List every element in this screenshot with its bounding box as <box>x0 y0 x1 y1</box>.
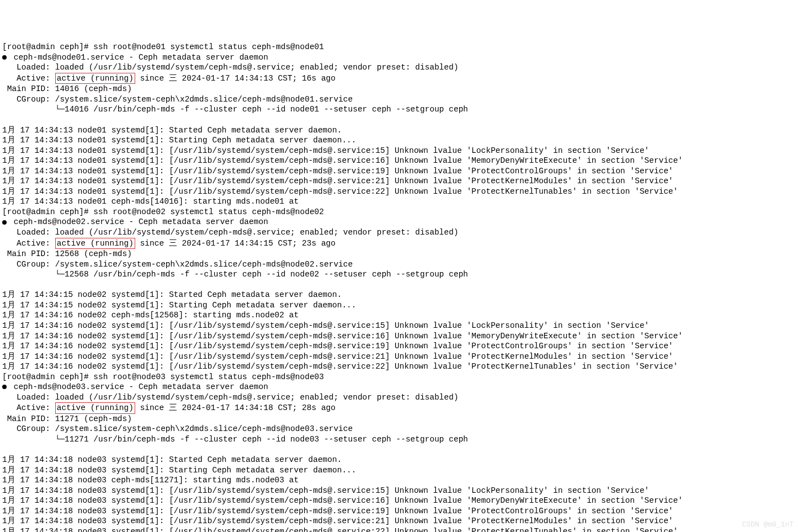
active-line: Active: active (running) since 三 2024-01… <box>2 402 796 414</box>
log-line: 1月 17 14:34:16 node02 systemd[1]: [/usr/… <box>2 352 796 362</box>
cgroup-tree-line: └─14016 /usr/bin/ceph-mds -f --cluster c… <box>2 104 796 115</box>
command-line: [root@admin ceph]# ssh root@node01 syste… <box>2 42 796 52</box>
active-status-highlight: active (running) <box>55 73 135 84</box>
log-line: 1月 17 14:34:13 node01 systemd[1]: [/usr/… <box>2 166 796 177</box>
log-line: 1月 17 14:34:13 node01 systemd[1]: [/usr/… <box>2 176 796 187</box>
log-line: 1月 17 14:34:18 node03 systemd[1]: [/usr/… <box>2 486 796 496</box>
log-line: 1月 17 14:34:18 node03 systemd[1]: Starte… <box>2 455 796 465</box>
log-line: 1月 17 14:34:13 node01 systemd[1]: [/usr/… <box>2 156 796 166</box>
log-line: 1月 17 14:34:13 node01 systemd[1]: [/usr/… <box>2 146 796 156</box>
active-line: Active: active (running) since 三 2024-01… <box>2 73 796 84</box>
log-line: 1月 17 14:34:15 node02 systemd[1]: Starte… <box>2 290 796 300</box>
main-pid-line: Main PID: 12568 (ceph-mds) <box>2 249 796 259</box>
log-line: 1月 17 14:34:16 node02 systemd[1]: [/usr/… <box>2 341 796 352</box>
cgroup-line: CGroup: /system.slice/system-ceph\x2dmds… <box>2 94 796 105</box>
loaded-line: Loaded: loaded (/usr/lib/systemd/system/… <box>2 392 796 403</box>
loaded-line: Loaded: loaded (/usr/lib/systemd/system/… <box>2 227 796 238</box>
status-bullet-icon <box>2 220 7 225</box>
log-line: 1月 17 14:34:16 node02 systemd[1]: [/usr/… <box>2 321 796 331</box>
log-line: 1月 17 14:34:18 node03 systemd[1]: [/usr/… <box>2 506 796 517</box>
unit-line: ceph-mds@node01.service - Ceph metadata … <box>2 52 796 63</box>
command-line: [root@admin ceph]# ssh root@node02 syste… <box>2 207 796 217</box>
blank-line <box>2 445 796 455</box>
log-line: 1月 17 14:34:18 node03 systemd[1]: Starti… <box>2 465 796 476</box>
blank-line <box>2 280 796 290</box>
active-line: Active: active (running) since 三 2024-01… <box>2 238 796 249</box>
log-line: 1月 17 14:34:18 node03 systemd[1]: [/usr/… <box>2 496 796 506</box>
main-pid-line: Main PID: 14016 (ceph-mds) <box>2 84 796 94</box>
active-status-highlight: active (running) <box>55 402 135 414</box>
loaded-line: Loaded: loaded (/usr/lib/systemd/system/… <box>2 62 796 73</box>
cgroup-line: CGroup: /system.slice/system-ceph\x2dmds… <box>2 424 796 434</box>
terminal-output[interactable]: [root@admin ceph]# ssh root@node01 syste… <box>2 42 796 532</box>
main-pid-line: Main PID: 11271 (ceph-mds) <box>2 414 796 424</box>
log-line: 1月 17 14:34:16 node02 ceph-mds[12568]: s… <box>2 310 796 321</box>
cgroup-tree-line: └─11271 /usr/bin/ceph-mds -f --cluster c… <box>2 434 796 445</box>
cgroup-tree-line: └─12568 /usr/bin/ceph-mds -f --cluster c… <box>2 269 796 280</box>
cgroup-line: CGroup: /system.slice/system-ceph\x2dmds… <box>2 259 796 270</box>
active-status-highlight: active (running) <box>55 238 135 249</box>
log-line: 1月 17 14:34:13 node01 systemd[1]: Starte… <box>2 125 796 136</box>
unit-line: ceph-mds@node02.service - Ceph metadata … <box>2 217 796 227</box>
log-line: 1月 17 14:34:16 node02 systemd[1]: [/usr/… <box>2 361 796 372</box>
status-bullet-icon <box>2 385 7 389</box>
log-line: 1月 17 14:34:18 node03 systemd[1]: [/usr/… <box>2 526 796 532</box>
watermark-text: CSDN @m0_1nT <box>742 520 794 530</box>
log-line: 1月 17 14:34:18 node03 systemd[1]: [/usr/… <box>2 516 796 526</box>
log-line: 1月 17 14:34:18 node03 ceph-mds[11271]: s… <box>2 475 796 486</box>
log-line: 1月 17 14:34:13 node01 systemd[1]: Starti… <box>2 135 796 146</box>
log-line: 1月 17 14:34:13 node01 systemd[1]: [/usr/… <box>2 187 796 197</box>
log-line: 1月 17 14:34:13 node01 ceph-mds[14016]: s… <box>2 196 796 207</box>
log-line: 1月 17 14:34:16 node02 systemd[1]: [/usr/… <box>2 331 796 342</box>
command-line: [root@admin ceph]# ssh root@node03 syste… <box>2 372 796 382</box>
unit-line: ceph-mds@node03.service - Ceph metadata … <box>2 382 796 392</box>
status-bullet-icon <box>2 55 7 60</box>
log-line: 1月 17 14:34:15 node02 systemd[1]: Starti… <box>2 300 796 311</box>
blank-line <box>2 115 796 125</box>
